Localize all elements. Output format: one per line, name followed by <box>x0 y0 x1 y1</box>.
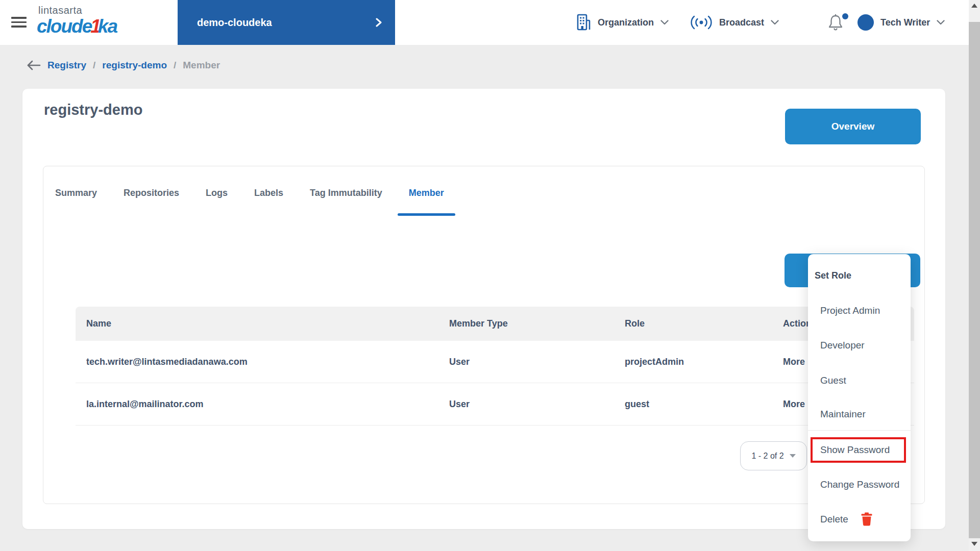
page-title: registry-demo <box>44 102 142 118</box>
menu-item-delete[interactable]: Delete <box>820 512 872 526</box>
tab-member[interactable]: Member <box>409 181 444 206</box>
member-panel: Summary Repositories Logs Labels Tag Imm… <box>43 166 925 504</box>
back-arrow-icon[interactable] <box>27 60 41 70</box>
member-type: User <box>449 383 470 425</box>
member-name: tech.writer@lintasmediadanawa.com <box>86 341 248 383</box>
delete-label: Delete <box>820 514 848 525</box>
column-header-action: Action <box>783 307 812 341</box>
chevron-down-icon <box>771 20 779 25</box>
notification-bell-button[interactable] <box>827 13 849 34</box>
tab-summary[interactable]: Summary <box>55 181 97 206</box>
row-actions-context-menu: Set Role Project Admin Developer Guest M… <box>808 254 911 541</box>
menu-item-change-password[interactable]: Change Password <box>820 479 899 490</box>
column-header-member-type: Member Type <box>449 307 508 341</box>
scrollbar-up-arrow-icon[interactable] <box>971 4 977 8</box>
menu-item-developer[interactable]: Developer <box>820 340 865 351</box>
table-row: la.internal@mailinator.com User guest Mo… <box>76 383 914 425</box>
breadcrumb-current-member: Member <box>183 60 220 71</box>
breadcrumb-separator: / <box>93 60 95 71</box>
row-more-button[interactable]: More <box>783 383 805 425</box>
tab-labels[interactable]: Labels <box>254 181 283 206</box>
tab-bar: Summary Repositories Logs Labels Tag Imm… <box>55 181 444 206</box>
broadcast-dropdown[interactable]: Broadcast <box>690 0 779 45</box>
menu-header-set-role: Set Role <box>815 270 851 281</box>
menu-item-maintainer[interactable]: Maintainer <box>820 409 866 420</box>
menu-item-show-password[interactable]: Show Password <box>820 444 890 456</box>
scrollbar-thumb[interactable] <box>969 22 980 538</box>
member-type: User <box>449 341 470 383</box>
broadcast-signal-icon <box>690 15 713 30</box>
cloudeka-logo: lintasarta cloude1ka <box>37 5 117 36</box>
organization-label: Organization <box>598 17 654 28</box>
column-header-role: Role <box>625 307 645 341</box>
logo-lintasarta-text: lintasarta <box>38 5 117 15</box>
menu-divider <box>808 430 911 431</box>
organization-building-icon <box>576 14 591 31</box>
table-header-row: Name Member Type Role Action <box>76 307 914 341</box>
tab-tag-immutability[interactable]: Tag Immutability <box>310 181 382 206</box>
breadcrumb-registry-link[interactable]: Registry <box>47 60 86 71</box>
pagination-range-label: 1 - 2 of 2 <box>751 452 783 461</box>
pagination-range-select[interactable]: 1 - 2 of 2 <box>740 441 807 470</box>
tab-logs[interactable]: Logs <box>206 181 228 206</box>
scrollbar-down-arrow-icon[interactable] <box>971 542 977 546</box>
project-switcher-button[interactable]: demo-cloudeka <box>178 0 395 45</box>
row-more-button[interactable]: More <box>783 341 805 383</box>
user-avatar <box>857 14 874 31</box>
breadcrumb-registry-demo-link[interactable]: registry-demo <box>102 60 167 71</box>
trash-icon <box>861 512 872 526</box>
chevron-down-icon <box>660 20 669 25</box>
column-header-name: Name <box>86 307 111 341</box>
chevron-right-icon <box>376 18 382 27</box>
logo-cloudeka-text: cloude1ka <box>37 17 117 36</box>
organization-dropdown[interactable]: Organization <box>576 0 669 45</box>
member-role: guest <box>625 383 649 425</box>
member-role: projectAdmin <box>625 341 684 383</box>
page-scrollbar[interactable] <box>969 0 980 551</box>
project-switcher-label: demo-cloudeka <box>197 17 376 29</box>
table-row: tech.writer@lintasmediadanawa.com User p… <box>76 341 914 383</box>
tab-repositories[interactable]: Repositories <box>124 181 179 206</box>
breadcrumb-separator: / <box>174 60 176 71</box>
top-navigation-bar: lintasarta cloude1ka demo-cloudeka <box>0 0 969 45</box>
chevron-down-icon <box>937 20 945 25</box>
user-name: Tech Writer <box>880 17 930 28</box>
overview-button[interactable]: Overview <box>785 109 921 144</box>
menu-item-guest[interactable]: Guest <box>820 375 846 386</box>
broadcast-label: Broadcast <box>719 17 764 28</box>
menu-item-project-admin[interactable]: Project Admin <box>820 305 880 316</box>
member-table: Name Member Type Role Action tech.writer… <box>76 307 914 425</box>
notification-unread-dot <box>842 13 848 19</box>
caret-down-icon <box>790 454 796 458</box>
hamburger-menu-icon[interactable] <box>11 17 27 29</box>
registry-detail-card: registry-demo Overview Summary Repositor… <box>22 89 945 529</box>
user-menu[interactable]: Tech Writer <box>857 0 945 45</box>
breadcrumb: Registry / registry-demo / Member <box>27 60 220 71</box>
member-name: la.internal@mailinator.com <box>86 383 204 425</box>
